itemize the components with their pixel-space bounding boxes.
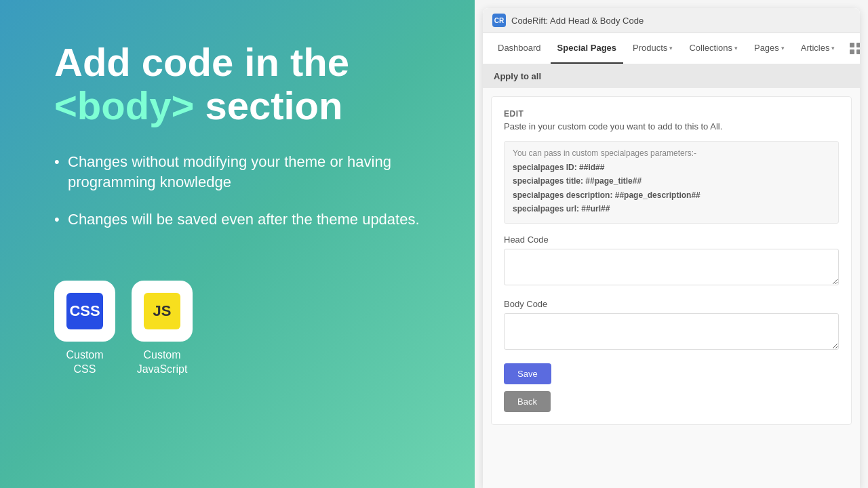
js-icon-label: CustomJavaScript: [137, 348, 188, 377]
grid-menu-icon[interactable]: [844, 43, 860, 55]
edit-label: EDIT: [504, 109, 839, 119]
content-area: Apply to all EDIT Paste in your custom c…: [483, 64, 860, 488]
nav-articles[interactable]: Articles ▾: [794, 33, 842, 64]
css-icon: CSS: [66, 293, 103, 329]
nav-dashboard[interactable]: Dashboard: [491, 33, 548, 64]
head-code-label: Head Code: [504, 235, 839, 245]
param-line: specialpages ID: ##id##: [513, 161, 830, 174]
js-icon-box: JS: [132, 281, 193, 342]
js-icon: JS: [144, 293, 180, 329]
params-box: You can pass in custom specialpages para…: [504, 141, 839, 224]
left-panel: Add code in the <body> section Changes w…: [0, 0, 475, 488]
bullet-list: Changes without modifying your theme or …: [54, 152, 434, 247]
bullet-item: Changes without modifying your theme or …: [54, 152, 434, 194]
js-icon-item: JS CustomJavaScript: [132, 281, 193, 377]
app-window: CR CodeRift: Add Head & Body Code Dashbo…: [483, 8, 860, 488]
title-bar: CR CodeRift: Add Head & Body Code: [483, 8, 860, 33]
param-line: specialpages title: ##page_title##: [513, 174, 830, 188]
right-panel: CR CodeRift: Add Head & Body Code Dashbo…: [475, 0, 868, 488]
nav-special-pages[interactable]: Special Pages: [551, 33, 623, 64]
css-icon-label: CustomCSS: [66, 348, 103, 377]
back-button[interactable]: Back: [504, 391, 551, 412]
headline-line2: section: [194, 83, 342, 127]
css-icon-box: CSS: [54, 281, 115, 342]
edit-desc: Paste in your custom code you want to ad…: [504, 121, 839, 131]
nav-products[interactable]: Products ▾: [626, 33, 679, 64]
app-title: CodeRift: Add Head & Body Code: [511, 16, 644, 26]
bullet-item: Changes will be saved even after the the…: [54, 209, 434, 230]
css-icon-item: CSS CustomCSS: [54, 281, 115, 377]
body-code-label: Body Code: [504, 299, 839, 309]
chevron-down-icon: ▾: [781, 45, 785, 52]
headline: Add code in the <body> section: [54, 41, 434, 127]
headline-line1: Add code in the: [54, 40, 349, 84]
icons-row: CSS CustomCSS JS CustomJavaScript: [54, 281, 434, 377]
edit-card: EDIT Paste in your custom code you want …: [491, 96, 852, 425]
save-button[interactable]: Save: [504, 363, 551, 384]
headline-highlight: <body>: [54, 83, 194, 127]
app-icon: CR: [492, 14, 506, 27]
nav-collections[interactable]: Collections ▾: [682, 33, 745, 64]
chevron-down-icon: ▾: [669, 45, 673, 52]
section-title: Apply to all: [483, 64, 860, 88]
nav-bar: Dashboard Special Pages Products ▾ Colle…: [483, 33, 860, 64]
chevron-down-icon: ▾: [831, 45, 835, 52]
param-line: specialpages url: ##url##: [513, 202, 830, 216]
param-line: specialpages description: ##page_descrip…: [513, 188, 830, 202]
body-code-input[interactable]: [504, 313, 839, 350]
params-intro: You can pass in custom specialpages para…: [513, 148, 830, 158]
head-code-input[interactable]: [504, 249, 839, 285]
chevron-down-icon: ▾: [734, 45, 738, 52]
nav-pages[interactable]: Pages ▾: [747, 33, 791, 64]
